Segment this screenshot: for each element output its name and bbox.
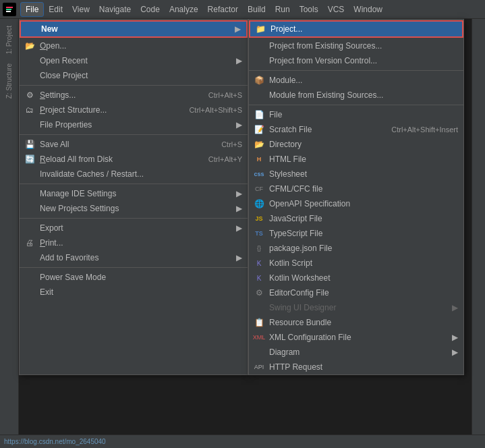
css-icon: css [253,171,265,177]
menu-new[interactable]: New ▶ [20,20,248,38]
swing-arrow: ▶ [452,303,458,312]
menu-directory[interactable]: 📂 Directory [249,137,463,152]
project-structure-icon: 🗂 [24,105,36,115]
menu-analyze[interactable]: Analyze [165,3,203,16]
module-existing-label: Module from Existing Sources... [269,90,458,100]
reload-icon: 🔄 [24,155,36,164]
separator-4 [20,218,248,219]
power-save-label: Power Save Mode [40,273,242,282]
menu-refactor[interactable]: Refactor [203,3,243,16]
html-icon: H [253,156,265,163]
menu-tools[interactable]: Tools [295,3,323,16]
menu-close-project[interactable]: Close Project [20,68,248,83]
print-icon: 🖨 [24,238,36,248]
menu-scratch-file[interactable]: 📝 Scratch File Ctrl+Alt+Shift+Insert [249,122,463,137]
right-sidebar [472,19,485,448]
statusbar: https://blog.csdn.net/mo_2645040 [0,435,485,448]
menu-power-save[interactable]: Power Save Mode [20,270,248,285]
menu-swing-ui[interactable]: Swing UI Designer ▶ [249,300,463,315]
menu-project-vcs[interactable]: Project from Version Control... [249,53,463,68]
separator-1 [20,85,248,86]
kotlin-script-label: Kotlin Script [269,258,458,268]
new-sep-2 [249,105,463,105]
menu-exit[interactable]: Exit [20,285,248,300]
menu-kotlin-worksheet[interactable]: K Kotlin Worksheet [249,271,463,285]
menu-invalidate[interactable]: Invalidate Caches / Restart... [20,167,248,181]
project-label: Project... [270,24,457,34]
menu-code[interactable]: Code [136,3,165,16]
menu-project-existing[interactable]: Project from Existing Sources... [249,38,463,53]
swing-label: Swing UI Designer [269,303,448,312]
menu-file[interactable]: 📄 File [249,107,463,122]
add-favorites-label: Add to Favorites [40,253,232,262]
new-projects-label: New Projects Settings [40,204,232,213]
menu-new-projects-settings[interactable]: New Projects Settings ▶ [20,201,248,216]
menu-html[interactable]: H HTML File [249,152,463,167]
module-icon: 📦 [253,76,265,85]
settings-icon: ⚙ [24,90,36,100]
menu-project-structure[interactable]: 🗂 Project Structure... Ctrl+Alt+Shift+S [20,103,248,117]
menu-module-existing[interactable]: Module from Existing Sources... [249,88,463,103]
stylesheet-label: Stylesheet [269,169,458,179]
settings-shortcut: Ctrl+Alt+S [208,91,242,99]
http-label: HTTP Request [269,362,458,372]
menu-editorconfig[interactable]: ⚙ EditorConfig File [249,285,463,300]
menu-open-recent[interactable]: Open Recent ▶ [20,53,248,68]
exit-label: Exit [40,287,242,297]
menu-kotlin-script[interactable]: K Kotlin Script [249,256,463,271]
menu-resource-bundle[interactable]: 📋 Resource Bundle [249,315,463,330]
html-label: HTML File [269,155,458,164]
menu-file[interactable]: File [20,2,44,17]
menu-manage-ide[interactable]: Manage IDE Settings ▶ [20,186,248,201]
menu-add-favorites[interactable]: Add to Favorites ▶ [20,250,248,265]
diagram-arrow: ▶ [452,347,458,357]
http-icon: API [253,364,265,370]
file-properties-arrow: ▶ [236,120,242,130]
menu-diagram[interactable]: Diagram ▶ [249,345,463,360]
scratch-label: Scratch File [269,125,378,134]
menu-project[interactable]: 📁 Project... [249,20,463,38]
menu-cfml[interactable]: CF CFML/CFC file [249,181,463,196]
menu-stylesheet[interactable]: css Stylesheet [249,167,463,181]
close-project-label: Close Project [40,71,242,80]
new-arrow: ▶ [235,24,241,34]
menu-js[interactable]: JS JavaScript File [249,211,463,226]
svg-rect-2 [6,7,13,8]
open-label: Open... [40,41,242,51]
menu-save-all[interactable]: 💾 Save All Ctrl+S [20,137,248,152]
separator-3 [20,184,248,184]
menu-view[interactable]: View [67,3,94,16]
menu-openapi[interactable]: 🌐 OpenAPI Specification [249,196,463,211]
svg-rect-3 [6,9,11,10]
open-recent-arrow: ▶ [236,56,242,65]
export-arrow: ▶ [236,223,242,233]
menu-reload[interactable]: 🔄 Reload All from Disk Ctrl+Alt+Y [20,152,248,167]
menu-ts[interactable]: TS TypeScript File [249,226,463,241]
menu-edit[interactable]: Edit [44,3,67,16]
menu-build[interactable]: Build [243,3,270,16]
menu-print[interactable]: 🖨 Print... [20,235,248,250]
settings-label: Settings... [40,90,195,100]
menu-package-json[interactable]: {} package.json File [249,241,463,256]
sidebar-tab-structure[interactable]: Z: Structure [3,59,15,103]
sidebar-tab-project[interactable]: 1: Project [3,22,15,58]
menu-file-properties[interactable]: File Properties ▶ [20,117,248,132]
menu-run[interactable]: Run [270,3,295,16]
xml-arrow: ▶ [452,333,458,342]
menu-settings[interactable]: ⚙ Settings... Ctrl+Alt+S [20,88,248,103]
reload-shortcut: Ctrl+Alt+Y [208,155,242,163]
svg-rect-1 [6,11,11,12]
menu-open[interactable]: 📂 Open... [20,38,248,53]
menu-http-request[interactable]: API HTTP Request [249,360,463,374]
menu-xml-config[interactable]: XML XML Configuration File ▶ [249,330,463,345]
menu-navigate[interactable]: Navigate [94,3,136,16]
kotlin-worksheet-icon: K [253,275,265,282]
package-json-label: package.json File [269,244,458,253]
menu-vcs[interactable]: VCS [323,3,349,16]
menu-window[interactable]: Window [349,3,387,16]
project-existing-label: Project from Existing Sources... [269,41,458,51]
menu-module[interactable]: 📦 Module... [249,73,463,88]
file-properties-label: File Properties [40,120,232,130]
new-submenu: 📁 Project... Project from Existing Sourc… [248,19,464,375]
menu-export[interactable]: Export ▶ [20,221,248,235]
